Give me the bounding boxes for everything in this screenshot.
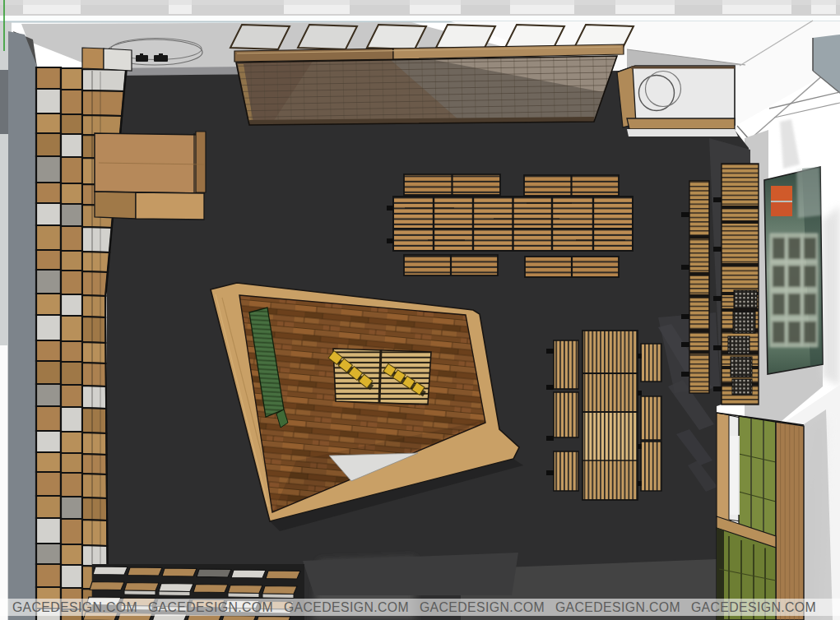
svg-text:GACEDESIGN.COM: GACEDESIGN.COM [691, 600, 816, 614]
svg-text:GACEDESIGN.COM: GACEDESIGN.COM [420, 600, 545, 614]
svg-text:GACEDESIGN.COM: GACEDESIGN.COM [12, 600, 137, 614]
svg-text:GACEDESIGN.COM: GACEDESIGN.COM [148, 600, 273, 614]
svg-text:GACEDESIGN.COM: GACEDESIGN.COM [555, 600, 680, 614]
svg-text:GACEDESIGN.COM: GACEDESIGN.COM [284, 600, 409, 614]
